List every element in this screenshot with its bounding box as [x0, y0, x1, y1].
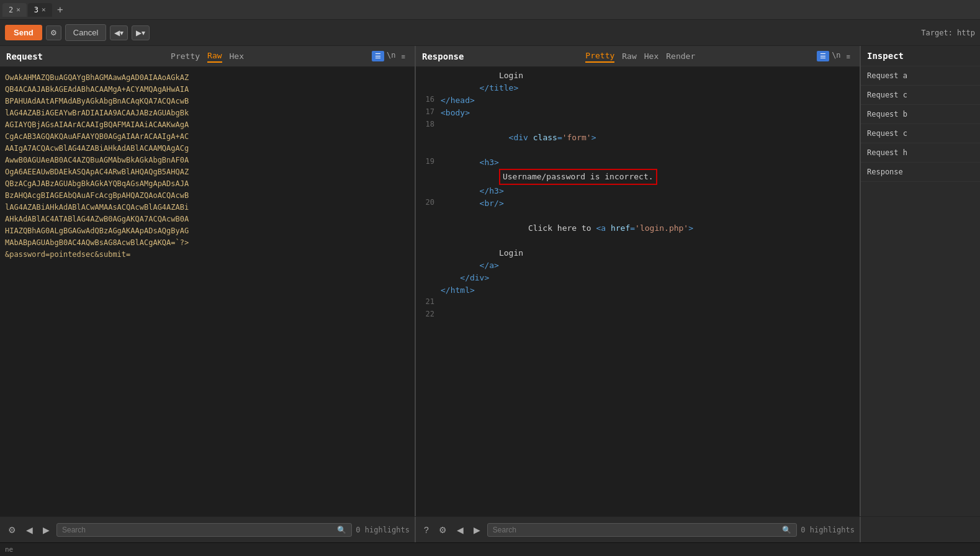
line-content-div-close: </div>: [441, 272, 860, 284]
tab-request-pretty[interactable]: Pretty: [171, 50, 200, 62]
request-panel-tabs: Pretty Raw Hex: [171, 50, 244, 63]
bottom-bars-row: ⚙ ◀ ▶ 🔍 0 highlights ? ⚙ ◀ ▶ 🔍 0 highlig…: [0, 516, 980, 542]
response-line-login2: Login: [416, 247, 860, 259]
tab-request-raw[interactable]: Raw: [207, 50, 222, 63]
left-search-input[interactable]: [62, 526, 333, 534]
response-panel-header: Response Pretty Raw Hex Render ☰ \n ≡: [416, 46, 860, 67]
bottom-bar-right: ? ⚙ ◀ ▶ 🔍 0 highlights: [416, 517, 861, 542]
response-line-19: 19 <h3>: [416, 156, 860, 169]
right-settings-btn[interactable]: ⚙: [436, 524, 450, 536]
line-num-a-close: [416, 259, 441, 260]
request-format-btn[interactable]: ☰: [372, 51, 384, 61]
response-line-click: Click here to <a href='login.php'>: [416, 210, 860, 247]
right-help-btn[interactable]: ?: [421, 524, 432, 536]
nav-back-button[interactable]: ◀▾: [110, 25, 128, 40]
inspect-item-response[interactable]: Response: [861, 163, 980, 182]
response-format-btn[interactable]: ☰: [817, 51, 829, 61]
tab-response-hex[interactable]: Hex: [644, 50, 659, 62]
line-num-click: [416, 210, 441, 210]
line-content-17: <body>: [441, 107, 860, 119]
response-line-div-close: </div>: [416, 272, 860, 284]
tab-request-hex[interactable]: Hex: [230, 50, 244, 62]
line-num-21: 21: [416, 297, 441, 306]
request-ln-btn[interactable]: \n: [387, 51, 395, 61]
response-panel: Response Pretty Raw Hex Render ☰ \n ≡ Lo…: [416, 46, 861, 516]
request-menu-btn[interactable]: ≡: [398, 51, 408, 61]
nav-fwd-button[interactable]: ▶▾: [132, 25, 150, 40]
right-back-btn[interactable]: ◀: [454, 524, 467, 536]
inspect-item-request-c2[interactable]: Request c: [861, 124, 980, 143]
tab-3-close[interactable]: ✕: [42, 6, 46, 14]
tab-response-raw[interactable]: Raw: [622, 50, 636, 62]
line-content-login: Login: [441, 70, 860, 82]
line-num-h3-close: [416, 185, 441, 186]
line-content-21: [441, 297, 860, 309]
line-num-19: 19: [416, 156, 441, 166]
tab-2[interactable]: 2 ✕: [2, 3, 27, 17]
response-line-highlight: Username/password is incorrect.: [416, 169, 860, 185]
response-ln-btn[interactable]: \n: [832, 51, 840, 61]
line-num-div-close: [416, 272, 441, 272]
tab-response-pretty[interactable]: Pretty: [585, 50, 614, 63]
line-num-22: 22: [416, 309, 441, 318]
response-line-20: 20 <br/>: [416, 197, 860, 210]
line-num-login2: [416, 247, 441, 248]
response-line-title-close: </title>: [416, 82, 860, 94]
right-search-input[interactable]: [493, 526, 779, 534]
right-search-container: 🔍: [487, 523, 798, 537]
left-back-btn[interactable]: ◀: [23, 524, 36, 536]
request-content: OwAkAHMAZQBuAGQAYgBhAGMAawAgAD0AIAAoAGkA…: [0, 70, 415, 263]
line-num-17: 17: [416, 107, 441, 116]
line-num-login: [416, 70, 441, 70]
add-tab-button[interactable]: +: [53, 3, 67, 17]
tab-3[interactable]: 3 ✕: [28, 3, 52, 17]
right-highlights-badge: 0 highlights: [801, 526, 855, 534]
response-line-16: 16 </head>: [416, 94, 860, 107]
response-line-html-close: </html>: [416, 284, 860, 297]
response-line-17: 17 <body>: [416, 107, 860, 119]
line-content-title: </title>: [441, 82, 860, 94]
line-num-html-close: [416, 284, 441, 285]
tab-bar: 2 ✕ 3 ✕ +: [0, 0, 980, 20]
send-button[interactable]: Send: [5, 25, 42, 40]
tab-3-label: 3: [34, 6, 38, 14]
main-content: Request Pretty Raw Hex ☰ \n ≡ OwAkAHMAZQ…: [0, 46, 980, 516]
line-num-title: [416, 82, 441, 83]
line-content-login2: Login: [441, 247, 860, 259]
request-code-area[interactable]: OwAkAHMAZQBuAGQAYgBhAGMAawAgAD0AIAAoAGkA…: [0, 67, 415, 516]
tab-2-close[interactable]: ✕: [16, 6, 20, 14]
response-panel-title: Response: [422, 52, 464, 61]
inspect-item-request-a[interactable]: Request a: [861, 66, 980, 86]
line-content-22: [441, 309, 860, 321]
line-content-click: Click here to <a href='login.php'>: [441, 210, 860, 247]
line-content-18: <div class='form'>: [441, 119, 860, 156]
response-line-login: Login: [416, 70, 860, 82]
inspect-panel-title: Inspect: [861, 46, 980, 66]
line-content-highlight: Username/password is incorrect.: [441, 169, 860, 185]
response-line-21: 21: [416, 297, 860, 309]
target-label: Target: http: [921, 29, 975, 37]
highlight-box: Username/password is incorrect.: [499, 169, 657, 185]
response-code-area[interactable]: Login </title> 16 </head> 17 <body> 18: [416, 67, 860, 516]
bottom-bar-left: ⚙ ◀ ▶ 🔍 0 highlights: [0, 517, 416, 542]
response-menu-btn[interactable]: ≡: [843, 51, 853, 61]
line-num-18: 18: [416, 119, 441, 128]
left-search-container: 🔍: [56, 523, 352, 537]
inspect-item-request-c[interactable]: Request c: [861, 86, 980, 105]
line-content-20: <br/>: [441, 197, 860, 210]
status-bar: ne: [0, 542, 980, 556]
inspect-item-request-b[interactable]: Request b: [861, 105, 980, 124]
cancel-button[interactable]: Cancel: [65, 24, 106, 41]
right-fwd-btn[interactable]: ▶: [470, 524, 483, 536]
line-content-19: <h3>: [441, 156, 860, 169]
tab-response-render[interactable]: Render: [666, 50, 695, 62]
request-panel-title: Request: [6, 52, 43, 61]
request-panel-header: Request Pretty Raw Hex ☰ \n ≡: [0, 46, 415, 67]
settings-button[interactable]: ⚙: [46, 25, 61, 40]
line-num-20: 20: [416, 197, 441, 207]
response-panel-tabs: Pretty Raw Hex Render: [585, 50, 695, 63]
inspect-item-request-h[interactable]: Request h: [861, 143, 980, 163]
left-fwd-btn[interactable]: ▶: [40, 524, 53, 536]
response-line-h3-close: </h3>: [416, 185, 860, 197]
left-settings-btn[interactable]: ⚙: [5, 524, 19, 536]
